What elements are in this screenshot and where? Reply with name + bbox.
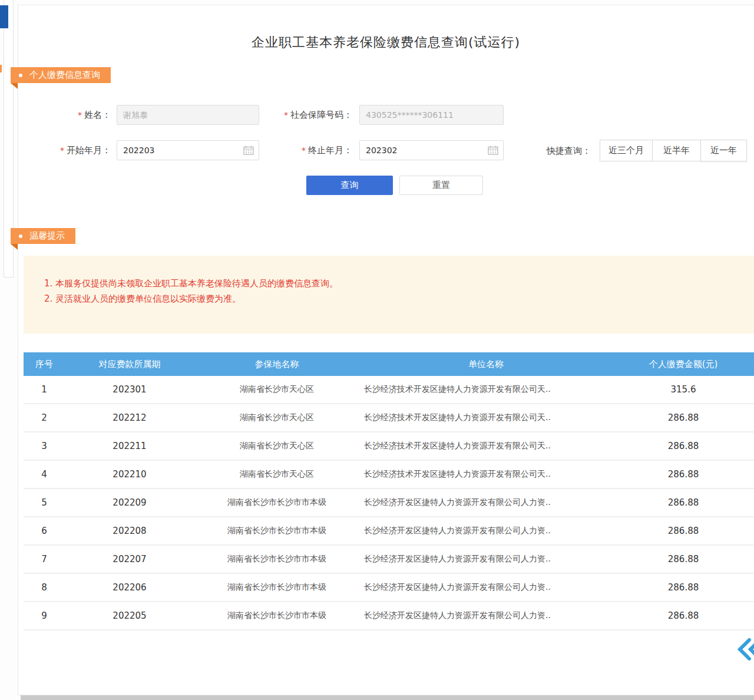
table-cell: 286.88 <box>613 602 754 629</box>
page-title: 企业职工基本养老保险缴费信息查询(试运行) <box>18 34 754 51</box>
required-asterisk: * <box>60 146 64 155</box>
table-cell: 286.88 <box>613 546 754 573</box>
notice-box: 1. 本服务仅提供尚未领取企业职工基本养老保险待遇人员的缴费信息查询。 2. 灵… <box>24 256 754 334</box>
table-cell: 长沙经济技术开发区捷特人力资源开发有限公司天.. <box>359 376 613 403</box>
name-label: *姓名： <box>35 105 111 125</box>
table-cell: 315.6 <box>613 376 754 403</box>
table-cell: 8 <box>24 574 65 601</box>
table-cell: 202209 <box>65 489 194 516</box>
table-row: 2202212湖南省长沙市天心区长沙经济技术开发区捷特人力资源开发有限公司天..… <box>24 404 754 432</box>
table-cell: 286.88 <box>613 489 754 516</box>
quick-option-3months[interactable]: 近三个月 <box>600 140 653 161</box>
bullet-dot-icon <box>19 235 22 238</box>
section-badge-label: 温馨提示 <box>29 230 65 242</box>
table-cell: 湖南省长沙市天心区 <box>194 376 359 403</box>
required-asterisk: * <box>302 146 306 155</box>
table-cell: 湖南省长沙市长沙市市本级 <box>194 517 359 544</box>
payment-table: 序号 对应费款所属期 参保地名称 单位名称 个人缴费金额(元) 1202301湖… <box>24 352 754 630</box>
start-month-label: *开始年月： <box>35 140 111 160</box>
name-field[interactable]: 谢旭泰 <box>117 105 259 125</box>
table-cell: 202211 <box>65 432 194 460</box>
table-cell: 6 <box>24 517 65 544</box>
col-header-region: 参保地名称 <box>194 352 359 376</box>
table-cell: 202207 <box>65 546 194 573</box>
bullet-dot-icon <box>19 74 22 77</box>
table-cell: 长沙经济开发区捷特人力资源开发有限公司人力资.. <box>359 517 613 544</box>
table-cell: 202210 <box>65 461 194 488</box>
table-row: 1202301湖南省长沙市天心区长沙经济技术开发区捷特人力资源开发有限公司天..… <box>24 376 754 404</box>
table-cell: 长沙经济开发区捷特人力资源开发有限公司人力资.. <box>359 546 613 573</box>
quick-option-1year[interactable]: 近一年 <box>700 140 747 161</box>
section-badge-personal-query: 个人缴费信息查询 <box>11 67 111 83</box>
ssn-label: *社会保障号码： <box>271 105 352 125</box>
required-asterisk: * <box>284 110 288 120</box>
table-cell: 202301 <box>65 376 194 403</box>
table-cell: 9 <box>24 602 65 629</box>
table-cell: 4 <box>24 461 65 488</box>
table-cell: 湖南省长沙市长沙市市本级 <box>194 546 359 573</box>
bottom-scroll-edge <box>21 695 754 700</box>
table-cell: 5 <box>24 489 65 516</box>
end-month-label: *终止年月： <box>271 140 352 160</box>
section-badge-tips: 温馨提示 <box>11 228 75 244</box>
table-cell: 长沙经济开发区捷特人力资源开发有限公司人力资.. <box>359 574 613 601</box>
double-left-chevron-icon[interactable] <box>738 638 754 661</box>
table-cell: 286.88 <box>613 432 754 460</box>
table-cell: 长沙经济技术开发区捷特人力资源开发有限公司天.. <box>359 404 613 431</box>
calendar-icon[interactable] <box>488 146 498 155</box>
table-row: 4202210湖南省长沙市天心区长沙经济技术开发区捷特人力资源开发有限公司天..… <box>24 461 754 489</box>
table-cell: 湖南省长沙市天心区 <box>194 461 359 488</box>
end-month-field[interactable]: 202302 <box>359 140 504 160</box>
col-header-period: 对应费款所属期 <box>65 352 194 376</box>
table-cell: 长沙经济技术开发区捷特人力资源开发有限公司天.. <box>359 432 613 460</box>
col-header-amount: 个人缴费金额(元) <box>613 352 754 376</box>
table-body: 1202301湖南省长沙市天心区长沙经济技术开发区捷特人力资源开发有限公司天..… <box>24 376 754 630</box>
notice-line: 2. 灵活就业人员的缴费单位信息以实际缴费为准。 <box>44 291 338 306</box>
table-cell: 286.88 <box>613 574 754 601</box>
table-row: 3202211湖南省长沙市天心区长沙经济技术开发区捷特人力资源开发有限公司天..… <box>24 432 754 461</box>
table-cell: 1 <box>24 376 65 403</box>
table-row: 6202208湖南省长沙市长沙市市本级长沙经济开发区捷特人力资源开发有限公司人力… <box>24 517 754 546</box>
ssn-field[interactable]: 430525******306111 <box>359 105 504 125</box>
table-row: 9202205湖南省长沙市长沙市市本级长沙经济开发区捷特人力资源开发有限公司人力… <box>24 602 754 630</box>
table-cell: 长沙经济开发区捷特人力资源开发有限公司人力资.. <box>359 602 613 629</box>
notice-line: 1. 本服务仅提供尚未领取企业职工基本养老保险待遇人员的缴费信息查询。 <box>44 276 338 291</box>
table-cell: 3 <box>24 432 65 460</box>
table-cell: 7 <box>24 546 65 573</box>
left-edge-orange-mark <box>0 65 2 72</box>
reset-button[interactable]: 重置 <box>399 176 483 195</box>
table-cell: 湖南省长沙市天心区 <box>194 404 359 431</box>
table-cell: 202205 <box>65 602 194 629</box>
table-row: 8202206湖南省长沙市长沙市市本级长沙经济开发区捷特人力资源开发有限公司人力… <box>24 574 754 602</box>
table-cell: 202208 <box>65 517 194 544</box>
table-cell: 湖南省长沙市长沙市市本级 <box>194 574 359 601</box>
section-badge-label: 个人缴费信息查询 <box>29 70 100 81</box>
table-cell: 湖南省长沙市长沙市市本级 <box>194 602 359 629</box>
start-month-field[interactable]: 202203 <box>117 140 259 160</box>
required-asterisk: * <box>78 110 82 120</box>
calendar-icon[interactable] <box>243 146 254 155</box>
table-cell: 286.88 <box>613 404 754 431</box>
page: 企业职工基本养老保险缴费信息查询(试运行) 个人缴费信息查询 *姓名： 谢旭泰 … <box>0 0 754 700</box>
table-cell: 286.88 <box>613 461 754 488</box>
table-cell: 湖南省长沙市长沙市市本级 <box>194 489 359 516</box>
table-cell: 286.88 <box>613 517 754 544</box>
query-button[interactable]: 查询 <box>306 176 393 195</box>
quick-query-label: 快捷查询： <box>547 140 593 161</box>
table-cell: 202212 <box>65 404 194 431</box>
quick-option-halfyear[interactable]: 近半年 <box>652 140 701 161</box>
table-cell: 2 <box>24 404 65 431</box>
col-header-company: 单位名称 <box>359 352 613 376</box>
table-cell: 长沙经济技术开发区捷特人力资源开发有限公司天.. <box>359 461 613 488</box>
left-edge-blue-tab <box>0 5 8 28</box>
table-row: 5202209湖南省长沙市长沙市市本级长沙经济开发区捷特人力资源开发有限公司人力… <box>24 489 754 517</box>
table-cell: 湖南省长沙市天心区 <box>194 432 359 460</box>
table-header-row: 序号 对应费款所属期 参保地名称 单位名称 个人缴费金额(元) <box>24 352 754 376</box>
col-header-index: 序号 <box>24 352 65 376</box>
table-row: 7202207湖南省长沙市长沙市市本级长沙经济开发区捷特人力资源开发有限公司人力… <box>24 546 754 574</box>
table-cell: 202206 <box>65 574 194 601</box>
table-cell: 长沙经济开发区捷特人力资源开发有限公司人力资.. <box>359 489 613 516</box>
